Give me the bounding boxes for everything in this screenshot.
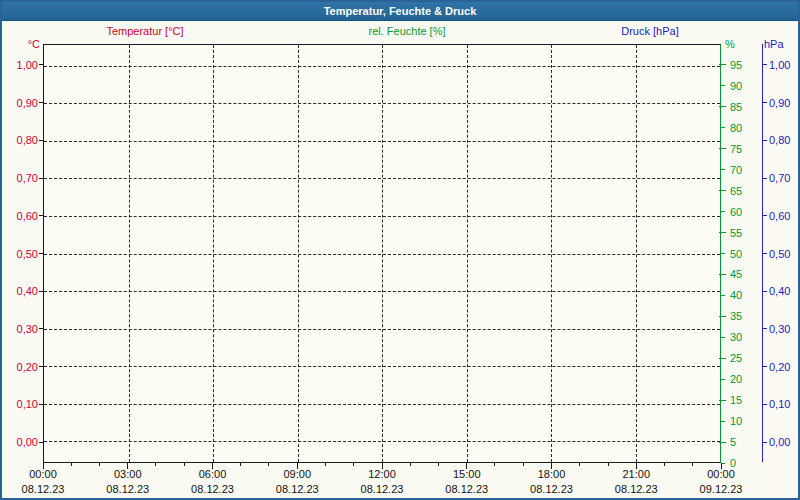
x-axis-minor-tick [579,463,580,466]
vertical-gridline [129,45,130,462]
x-axis-minor-tick [325,463,326,466]
percent-axis-tick [719,400,726,401]
percent-axis-label: 5 [730,436,736,448]
percent-axis-label: 55 [730,227,742,239]
x-axis-minor-tick [608,463,609,466]
pressure-axis-label: 0,60 [769,210,790,222]
pressure-axis-tick [763,442,767,443]
pressure-axis-label: 0,10 [769,398,790,410]
percent-axis-label: 70 [730,164,742,176]
percent-axis-tick [721,127,725,128]
percent-axis-tick [721,211,725,212]
pressure-axis-tick [763,178,767,179]
vertical-gridline [551,45,552,462]
vertical-gridline [636,45,637,462]
x-axis-time-label: 09:00 [283,468,311,480]
left-axis-tick [39,442,43,443]
x-axis-minor-tick [353,463,354,466]
left-axis-tick [39,328,43,329]
x-axis-time-label: 06:00 [199,468,227,480]
page-title: Temperatur, Feuchte & Druck [324,5,477,17]
x-axis-time-label: 00:00 [707,468,735,480]
percent-axis-label: 10 [730,415,742,427]
chart-window: Temperatur, Feuchte & Druck Temperatur [… [0,0,800,500]
x-axis-time-label: 18:00 [538,468,566,480]
x-axis-minor-tick [155,463,156,466]
x-axis-minor-tick [438,463,439,466]
x-axis-minor-tick [71,463,72,466]
x-axis-minor-tick [410,463,411,466]
pressure-axis-label: 0,30 [769,323,790,335]
left-axis-tick [39,178,43,179]
percent-axis-tick [719,316,726,317]
x-axis-minor-tick [523,463,524,466]
left-axis-label: 1,00 [17,59,38,71]
left-axis-tick [39,291,43,292]
x-axis-date-label: 08.12.23 [615,483,658,495]
percent-axis-tick [721,337,725,338]
plot-area [43,44,721,463]
left-axis-tick [39,140,43,141]
percent-axis-label: 60 [730,206,742,218]
left-axis-label: 0,90 [17,97,38,109]
x-axis-time-label: 00:00 [29,468,57,480]
pressure-axis-labels: 1,000,900,800,700,600,500,400,300,200,10… [769,44,800,463]
title-bar: Temperatur, Feuchte & Druck [2,2,798,21]
x-axis-date-label: 08.12.23 [22,483,65,495]
percent-axis-tick [721,169,725,170]
percent-axis-label: 20 [730,373,742,385]
percent-axis-label: 15 [730,394,742,406]
percent-axis-label: 75 [730,143,742,155]
pressure-axis-label: 0,40 [769,285,790,297]
percent-axis-tick [721,85,725,86]
pressure-axis-tick [763,215,767,216]
percent-axis-label: 25 [730,352,742,364]
x-axis-time-label: 03:00 [114,468,142,480]
percent-axis-tick [721,253,725,254]
x-axis-date-label: 08.12.23 [106,483,149,495]
pressure-axis-label: 0,20 [769,361,790,373]
left-axis-labels: 1,000,900,800,700,600,500,400,300,200,10… [2,44,39,463]
percent-axis-label: 50 [730,248,742,260]
pressure-axis-tick [763,64,767,65]
vertical-gridline [467,45,468,462]
percent-axis-tick [719,148,726,149]
left-axis-label: 0,10 [17,398,38,410]
left-axis-tick [39,64,43,65]
x-axis-minor-tick [240,463,241,466]
pressure-axis-label: 0,70 [769,172,790,184]
percent-axis-tick [719,106,726,107]
x-axis-minor-tick [99,463,100,466]
x-axis-date-label: 08.12.23 [361,483,404,495]
pressure-axis-tick [763,140,767,141]
left-axis-label: 0,80 [17,134,38,146]
percent-axis-tick [721,463,725,464]
percent-axis-label: 30 [730,331,742,343]
x-axis-minor-tick [664,463,665,466]
x-axis-date-label: 08.12.23 [276,483,319,495]
left-axis-label: 0,70 [17,172,38,184]
percent-axis-tick [719,190,726,191]
left-axis-label: 0,20 [17,361,38,373]
x-axis-date-label: 09.12.23 [700,483,743,495]
percent-axis-ticks [721,44,729,463]
pressure-axis-label: 0,50 [769,248,790,260]
left-axis-tick [39,253,43,254]
percent-axis-label: 45 [730,268,742,280]
x-axis-date-label: 08.12.23 [445,483,488,495]
vertical-gridline [298,45,299,462]
left-axis-tick [39,366,43,367]
left-axis-tick [39,102,43,103]
pressure-axis-label: 0,80 [769,134,790,146]
pressure-axis-label: 0,00 [769,436,790,448]
left-axis-label: 0,40 [17,285,38,297]
percent-axis-tick [719,358,726,359]
pressure-axis-tick [763,404,767,405]
percent-axis-tick [719,64,726,65]
x-axis-minor-tick [692,463,693,466]
percent-axis-labels: 95908580757065605550454035302520151050 [730,44,760,463]
x-axis-time-label: 12:00 [368,468,396,480]
left-axis-tick [39,215,43,216]
percent-axis-label: 85 [730,101,742,113]
pressure-axis-tick [763,328,767,329]
